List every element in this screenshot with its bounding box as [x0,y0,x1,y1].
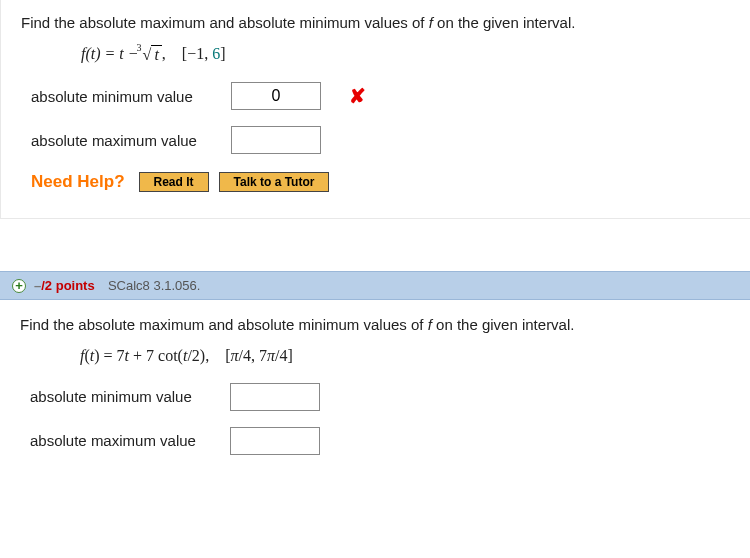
q2-max-row: absolute maximum value [30,427,730,455]
points-total: /2 points [41,278,94,293]
question-1: Find the absolute maximum and absolute m… [0,0,750,219]
cube-root-icon: 3√t [143,45,162,64]
wrong-icon: ✘ [349,84,366,108]
q1-equation: f(t) = t − 3√t , [−1, 6] [81,45,730,65]
q1-prompt-pre: Find the absolute maximum and absolute m… [21,14,429,31]
q2-prompt-post: on the given interval. [432,316,575,333]
q1-max-label: absolute maximum value [31,132,231,149]
q2-prompt: Find the absolute maximum and absolute m… [20,314,730,337]
question-reference: SCalc8 3.1.056. [108,278,201,293]
need-help-label: Need Help? [31,172,125,192]
q2-max-label: absolute maximum value [30,432,230,449]
talk-to-tutor-button[interactable]: Talk to a Tutor [219,172,330,192]
q1-prompt-post: on the given interval. [433,14,576,31]
q1-min-label: absolute minimum value [31,88,231,105]
q1-max-row: absolute maximum value [31,126,730,154]
question-2-header: + –/2 points SCalc8 3.1.056. [0,271,750,300]
q1-prompt: Find the absolute maximum and absolute m… [21,12,730,35]
q2-interval: [π/4, 7π/4] [225,347,293,364]
q2-min-input[interactable] [230,383,320,411]
points-unawarded: – [34,278,41,293]
q1-min-input[interactable] [231,82,321,110]
q1-eq-comma: , [162,45,166,62]
q2-min-label: absolute minimum value [30,388,230,405]
q1-eq-lhs: f(t) = t − [81,45,143,62]
expand-icon[interactable]: + [12,279,26,293]
q1-eq-rad: t [151,45,161,64]
q1-max-input[interactable] [231,126,321,154]
spacer [0,219,750,271]
q1-interval: [−1, 6] [182,45,226,62]
q1-min-row: absolute minimum value ✘ [31,82,730,110]
q2-equation: f(t) = 7t + 7 cot(t/2), [π/4, 7π/4] [80,347,730,365]
q2-max-input[interactable] [230,427,320,455]
read-it-button[interactable]: Read It [139,172,209,192]
q2-min-row: absolute minimum value [30,383,730,411]
help-row: Need Help? Read It Talk to a Tutor [31,172,730,192]
q2-prompt-pre: Find the absolute maximum and absolute m… [20,316,428,333]
question-2: Find the absolute maximum and absolute m… [0,300,750,481]
